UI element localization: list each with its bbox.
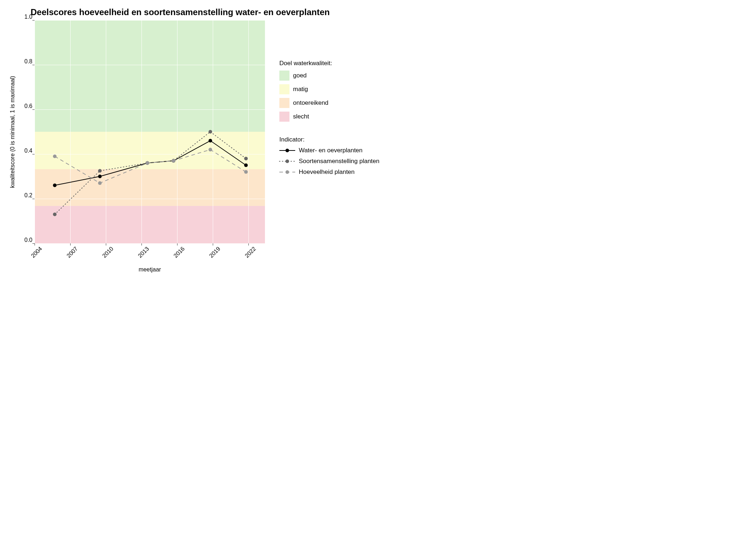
legend-quality-title: Doel waterkwaliteit: [279,60,379,67]
legend-swatch [279,71,289,81]
legend-label: Soortensamenstelling planten [299,158,379,165]
data-point [172,159,175,163]
data-point [98,175,102,178]
legend-quality-item: matig [279,84,379,94]
x-tick-mark [141,243,142,246]
x-tick-mark [70,243,71,246]
legend-label: Water- en oeverplanten [299,147,363,154]
legend-indicator-item: Soortensamenstelling planten [279,158,379,165]
legend-line-sample [279,168,295,176]
y-axis-label: kwaliteitscore (0 is minimaal, 1 is maxi… [7,20,18,243]
series-line [55,150,246,183]
plot-area-wrap: 0.00.20.40.60.81.0 200420072010201320162… [18,20,265,273]
legend-label: slecht [293,113,309,120]
legend-quality-item: ontoereikend [279,98,379,108]
x-tick-label: 2016 [169,246,186,262]
chart-title: Deelscores hoeveelheid en soortensamenst… [31,7,432,17]
data-point [244,157,248,160]
data-point [145,161,149,165]
legend-line-sample [279,158,295,165]
legend-quality-item: goed [279,71,379,81]
x-tick-mark [248,243,249,246]
chart-body: kwaliteitscore (0 is minimaal, 1 is maxi… [7,20,432,273]
x-tick-mark [213,243,213,246]
data-point [53,184,57,187]
y-axis-ticks: 0.00.20.40.60.81.0 [18,20,32,243]
legend-label: Hoeveelheid planten [299,168,355,176]
x-tick-mark [106,243,106,246]
data-point [53,212,57,216]
x-tick-label: 2013 [134,246,150,262]
data-point [98,169,102,173]
legend: Doel waterkwaliteit: goedmatigontoereike… [279,20,379,190]
plot-area [35,20,265,243]
x-tick-label: 2019 [205,246,222,262]
x-tick-label: 2022 [240,246,257,262]
svg-point-1 [285,149,289,152]
legend-quality-block: Doel waterkwaliteit: goedmatigontoereike… [279,60,379,122]
data-point [98,181,102,185]
data-point [208,139,212,143]
x-tick-label: 2007 [62,246,79,262]
svg-point-5 [285,170,289,174]
x-axis-label: meetjaar [35,266,265,273]
data-point [244,170,248,174]
legend-indicator-item: Water- en oeverplanten [279,147,379,154]
legend-indicator-title: Indicator: [279,136,379,143]
legend-label: ontoereikend [293,99,328,107]
x-tick-mark [35,243,35,246]
x-tick-mark [177,243,177,246]
chart-container: Deelscores hoeveelheid en soortensamenst… [7,7,432,273]
x-axis: 2004200720102013201620192022 [35,243,265,265]
legend-label: goed [293,72,307,79]
legend-swatch [279,98,289,108]
data-point [208,130,212,134]
legend-quality-item: slecht [279,112,379,122]
svg-point-3 [285,159,289,163]
x-tick-label: 2004 [27,246,44,262]
legend-indicator-item: Hoeveelheid planten [279,168,379,176]
legend-label: matig [293,86,308,93]
data-point [53,154,57,158]
data-point [244,163,248,167]
legend-indicator-block: Indicator: Water- en oeverplantenSoorten… [279,136,379,176]
legend-swatch [279,84,289,94]
legend-swatch [279,112,289,122]
x-tick-label: 2010 [98,246,115,262]
data-point [208,148,212,152]
legend-line-sample [279,147,295,154]
chart-lines [35,20,265,243]
